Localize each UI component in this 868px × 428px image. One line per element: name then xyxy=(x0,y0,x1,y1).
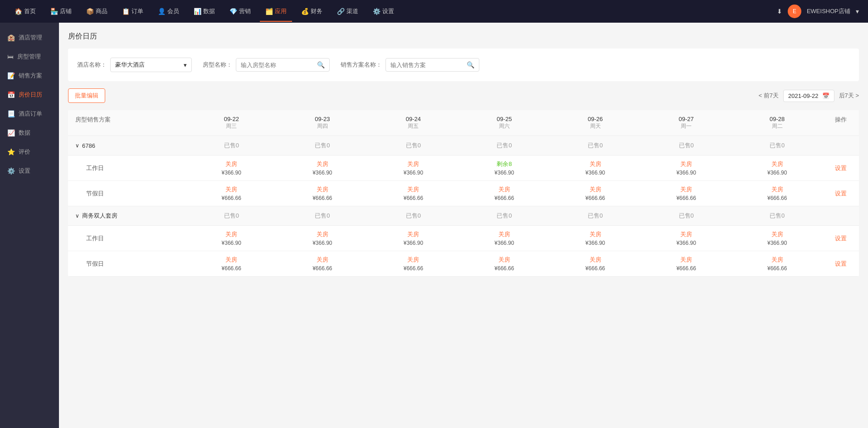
col-room-plan: 房型销售方案 xyxy=(68,110,186,136)
sold-business-action xyxy=(823,206,859,225)
home-icon: 🏠 xyxy=(15,8,22,15)
hotel-management-icon: 🏨 xyxy=(7,34,15,41)
page-title: 房价日历 xyxy=(68,32,859,41)
nav-data[interactable]: 📊 数据 xyxy=(188,5,220,18)
plan-filter: 销售方案名称： 🔍 xyxy=(341,58,479,72)
sold-business-6: 已售0 xyxy=(731,206,823,225)
room-type-input[interactable] xyxy=(241,62,317,68)
price-business-holiday-1: 关房 ¥666.66 xyxy=(277,251,368,276)
sold-6786-1: 已售0 xyxy=(277,136,368,155)
order-icon: 📋 xyxy=(122,8,130,15)
nav-order[interactable]: 📋 订单 xyxy=(117,5,149,18)
set-button-business-holiday[interactable]: 设置 xyxy=(835,260,847,268)
prev-week-button[interactable]: < 前7天 xyxy=(759,92,779,100)
nav-settings[interactable]: ⚙️ 设置 xyxy=(367,5,400,18)
plan-name-6786-workday: 工作日 xyxy=(68,156,186,180)
price-business-holiday-2: 关房 ¥666.66 xyxy=(368,251,459,276)
action-6786-workday: 设置 xyxy=(823,156,859,180)
price-business-workday-0: 关房 ¥366.90 xyxy=(186,226,277,251)
user-name[interactable]: EWEISHOP店铺 xyxy=(807,7,850,15)
price-calendar-icon: 📅 xyxy=(7,91,15,98)
main-content: 房价日历 酒店名称： 豪华大酒店 ▾ 房型名称： 🔍 xyxy=(59,23,868,428)
price-business-holiday-4: 关房 ¥666.66 xyxy=(550,251,641,276)
sidebar-settings-icon: ⚙️ xyxy=(7,167,15,175)
date-picker[interactable]: 2021-09-22 📅 xyxy=(783,90,834,102)
price-6786-workday-1: 关房 ¥366.90 xyxy=(277,156,368,180)
sidebar: 🏨 酒店管理 🛏 房型管理 📝 销售方案 📅 房价日历 📃 酒店订单 📈 数据 … xyxy=(0,23,59,428)
price-business-workday-4: 关房 ¥366.90 xyxy=(550,226,641,251)
col-date-4: 09-26 周天 xyxy=(550,110,641,136)
sold-6786-0: 已售0 xyxy=(186,136,277,155)
nav-product[interactable]: 📦 商品 xyxy=(81,5,113,18)
room-type-filter: 房型名称： 🔍 xyxy=(203,58,330,72)
set-button-business-workday[interactable]: 设置 xyxy=(835,234,847,243)
sidebar-item-room-type[interactable]: 🛏 房型管理 xyxy=(0,47,59,66)
sold-business-0: 已售0 xyxy=(186,206,277,225)
nav-channel[interactable]: 🔗 渠道 xyxy=(332,5,364,18)
price-6786-workday-2: 关房 ¥366.90 xyxy=(368,156,459,180)
price-6786-holiday-6: 关房 ¥666.66 xyxy=(731,181,823,206)
sidebar-item-sales-plan[interactable]: 📝 销售方案 xyxy=(0,66,59,85)
top-navigation: 🏠 首页 🏪 店铺 📦 商品 📋 订单 👤 会员 📊 数据 💎 营销 🗂️ 应用… xyxy=(0,0,868,23)
calendar-icon: 📅 xyxy=(822,92,829,99)
price-6786-workday-3: 剩余8 ¥366.90 xyxy=(459,156,550,180)
nav-shop[interactable]: 🏪 店铺 xyxy=(45,5,77,18)
shop-icon: 🏪 xyxy=(50,8,58,15)
hotel-order-icon: 📃 xyxy=(7,110,15,117)
plan-input[interactable] xyxy=(390,62,467,68)
sold-business-1: 已售0 xyxy=(277,206,368,225)
main-layout: 🏨 酒店管理 🛏 房型管理 📝 销售方案 📅 房价日历 📃 酒店订单 📈 数据 … xyxy=(0,23,868,428)
sold-6786-4: 已售0 xyxy=(550,136,641,155)
price-business-holiday-5: 关房 ¥666.66 xyxy=(641,251,732,276)
download-icon[interactable]: ⬇ xyxy=(777,8,782,15)
price-6786-holiday-2: 关房 ¥666.66 xyxy=(368,181,459,206)
room-type-name-business: ∨ 商务双人套房 xyxy=(68,206,186,225)
price-business-holiday-3: 关房 ¥666.66 xyxy=(459,251,550,276)
chevron-down-icon[interactable]: ▾ xyxy=(856,8,859,15)
avatar: E xyxy=(788,5,801,18)
date-value: 2021-09-22 xyxy=(788,92,819,99)
set-button-6786-holiday[interactable]: 设置 xyxy=(835,190,847,198)
room-type-search-icon[interactable]: 🔍 xyxy=(317,61,325,68)
room-type-name-6786: ∨ 6786 xyxy=(68,136,186,155)
next-week-button[interactable]: 后7天 > xyxy=(839,92,859,100)
nav-app[interactable]: 🗂️ 应用 xyxy=(260,5,292,18)
collapse-icon-business[interactable]: ∨ xyxy=(75,213,79,219)
nav-member[interactable]: 👤 会员 xyxy=(152,5,185,18)
sidebar-item-hotel-management[interactable]: 🏨 酒店管理 xyxy=(0,28,59,47)
batch-edit-button[interactable]: 批量编辑 xyxy=(68,88,105,103)
plan-search-icon[interactable]: 🔍 xyxy=(467,61,474,68)
action-6786-holiday: 设置 xyxy=(823,181,859,206)
date-navigation: < 前7天 2021-09-22 📅 后7天 > xyxy=(759,90,859,102)
price-6786-holiday-5: 关房 ¥666.66 xyxy=(641,181,732,206)
price-business-workday-3: 关房 ¥366.90 xyxy=(459,226,550,251)
room-type-row-business: ∨ 商务双人套房 已售0 已售0 已售0 已售0 已售0 已售0 已售0 xyxy=(68,206,859,226)
hotel-filter: 酒店名称： 豪华大酒店 ▾ xyxy=(77,58,192,72)
collapse-icon-6786[interactable]: ∨ xyxy=(75,142,79,149)
sold-6786-6: 已售0 xyxy=(731,136,823,155)
sidebar-item-review[interactable]: ⭐ 评价 xyxy=(0,142,59,161)
app-icon: 🗂️ xyxy=(265,8,273,15)
sidebar-data-icon: 📈 xyxy=(7,129,15,136)
nav-finance[interactable]: 💰 财务 xyxy=(296,5,328,18)
plan-name-business-holiday: 节假日 xyxy=(68,251,186,276)
price-6786-holiday-1: 关房 ¥666.66 xyxy=(277,181,368,206)
price-table: 房型销售方案 09-22 周三 09-23 周四 09-24 周五 09-25 … xyxy=(68,110,859,277)
sidebar-item-price-calendar[interactable]: 📅 房价日历 xyxy=(0,85,59,104)
hotel-select[interactable]: 豪华大酒店 ▾ xyxy=(110,58,192,72)
nav-marketing[interactable]: 💎 营销 xyxy=(224,5,256,18)
room-type-label: 房型名称： xyxy=(203,61,232,69)
price-6786-holiday-0: 关房 ¥666.66 xyxy=(186,181,277,206)
set-button-6786-workday[interactable]: 设置 xyxy=(835,164,847,172)
nav-home[interactable]: 🏠 首页 xyxy=(9,5,41,18)
col-date-2: 09-24 周五 xyxy=(368,110,459,136)
action-business-workday: 设置 xyxy=(823,226,859,251)
table-header: 房型销售方案 09-22 周三 09-23 周四 09-24 周五 09-25 … xyxy=(68,110,859,136)
sidebar-item-hotel-order[interactable]: 📃 酒店订单 xyxy=(0,104,59,123)
hotel-label: 酒店名称： xyxy=(77,61,107,69)
sold-business-3: 已售0 xyxy=(459,206,550,225)
sidebar-item-data[interactable]: 📈 数据 xyxy=(0,123,59,142)
price-6786-workday-0: 关房 ¥366.90 xyxy=(186,156,277,180)
sidebar-item-settings[interactable]: ⚙️ 设置 xyxy=(0,161,59,180)
sold-business-4: 已售0 xyxy=(550,206,641,225)
